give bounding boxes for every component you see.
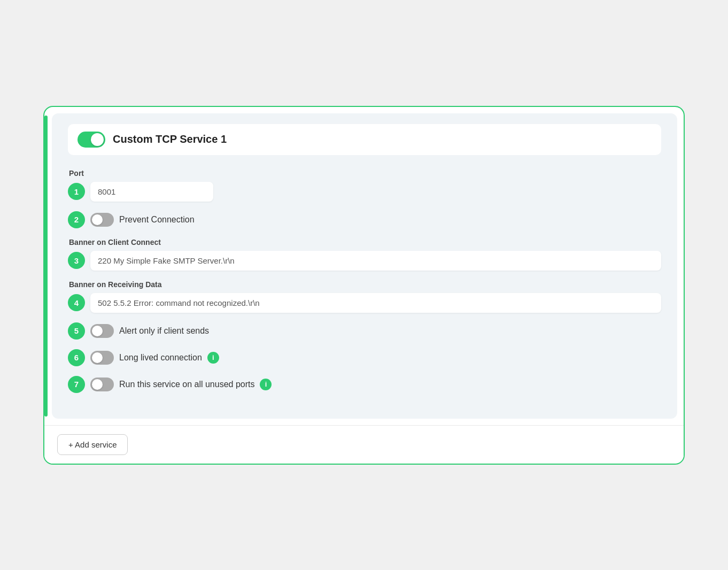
badge-7: 7 xyxy=(68,376,85,393)
toggle-label-6: Long lived connection xyxy=(119,353,202,363)
toggle-label-2: Prevent Connection xyxy=(119,215,195,225)
toggle-slider-5[interactable] xyxy=(90,324,114,338)
toggle-slider-7[interactable] xyxy=(90,378,114,391)
toggle-slider-6[interactable] xyxy=(90,351,114,365)
toggle-slider-2[interactable] xyxy=(90,213,114,227)
toggle-5[interactable] xyxy=(90,324,114,338)
field-label-4: Banner on Receiving Data xyxy=(69,280,661,289)
field-with-badge-3: 3 xyxy=(68,251,661,271)
field-input-3[interactable] xyxy=(90,251,661,271)
toggle-row-2: 2Prevent Connection xyxy=(68,211,661,228)
main-container: Custom TCP Service 1 Port12Prevent Conne… xyxy=(43,106,685,465)
info-icon-6[interactable]: i xyxy=(207,352,219,364)
service-enable-toggle[interactable] xyxy=(78,132,105,148)
field-label-3: Banner on Client Connect xyxy=(69,238,661,247)
badge-2: 2 xyxy=(68,211,85,228)
toggle-2[interactable] xyxy=(90,213,114,227)
toggle-slider-main[interactable] xyxy=(78,132,105,148)
toggle-6[interactable] xyxy=(90,351,114,365)
bottom-bar: + Add service xyxy=(44,425,684,464)
field-row-4: Banner on Receiving Data4 xyxy=(68,280,661,313)
field-row-2: 2Prevent Connection xyxy=(68,211,661,228)
toggle-label-5: Alert only if client sends xyxy=(119,326,209,336)
badge-6: 6 xyxy=(68,349,85,366)
add-service-button[interactable]: + Add service xyxy=(57,434,128,455)
field-row-6: 6Long lived connectioni xyxy=(68,349,661,366)
badge-3: 3 xyxy=(68,252,85,269)
badge-4: 4 xyxy=(68,294,85,311)
field-row-7: 7Run this service on all unused portsi xyxy=(68,376,661,393)
badge-5: 5 xyxy=(68,322,85,340)
field-with-badge-1: 1 xyxy=(68,182,661,202)
toggle-label-7: Run this service on all unused ports xyxy=(119,380,254,389)
service-title: Custom TCP Service 1 xyxy=(113,133,227,145)
service-header: Custom TCP Service 1 xyxy=(68,124,661,155)
field-input-1[interactable] xyxy=(90,182,213,202)
field-row-1: Port1 xyxy=(68,169,661,202)
field-row-5: 5Alert only if client sends xyxy=(68,322,661,340)
field-input-4[interactable] xyxy=(90,293,661,313)
badge-1: 1 xyxy=(68,183,85,200)
service-panel: Custom TCP Service 1 Port12Prevent Conne… xyxy=(52,113,677,419)
toggle-row-5: 5Alert only if client sends xyxy=(68,322,661,340)
green-side-bar xyxy=(44,115,48,417)
fields-area: Port12Prevent ConnectionBanner on Client… xyxy=(68,165,661,403)
field-row-3: Banner on Client Connect3 xyxy=(68,238,661,271)
info-icon-7[interactable]: i xyxy=(260,379,272,390)
toggle-7[interactable] xyxy=(90,378,114,391)
toggle-row-6: 6Long lived connectioni xyxy=(68,349,661,366)
content-area: Custom TCP Service 1 Port12Prevent Conne… xyxy=(44,107,684,425)
field-with-badge-4: 4 xyxy=(68,293,661,313)
field-label-1: Port xyxy=(69,169,661,178)
toggle-row-7: 7Run this service on all unused portsi xyxy=(68,376,661,393)
